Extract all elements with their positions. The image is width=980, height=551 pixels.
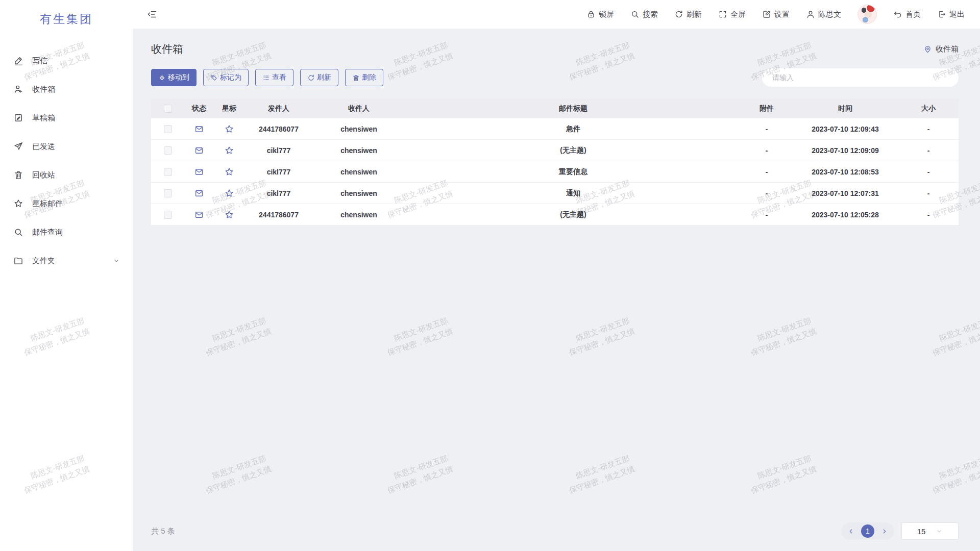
topbar-action-设置[interactable]: 设置 <box>762 10 790 19</box>
next-page-button[interactable] <box>880 528 888 535</box>
cell-attachment: - <box>741 168 792 176</box>
list-icon <box>262 74 270 82</box>
move-icon <box>158 74 166 82</box>
toolbar-button-标记为[interactable]: 标记为 <box>203 69 249 86</box>
cell-recipient: chensiwen <box>312 211 405 219</box>
header-check-cell <box>151 105 185 113</box>
trash-icon <box>13 170 23 180</box>
cell-time: 2023-07-10 12:09:09 <box>792 146 898 155</box>
sidebar-item-草稿箱[interactable]: 草稿箱 <box>0 104 133 132</box>
app-root: 有生集团 写信收件箱草稿箱已发送回收站星标邮件邮件查询文件夹 锁屏搜索刷新全屏设… <box>0 0 980 551</box>
sidebar-item-星标邮件[interactable]: 星标邮件 <box>0 189 133 218</box>
column-header-大小: 大小 <box>898 104 959 113</box>
toolbar: 移动到标记为查看刷新删除 <box>151 69 383 86</box>
mail-table: 状态星标发件人收件人邮件标题附件时间大小 2441786077chensiwen… <box>151 99 959 226</box>
search-input[interactable] <box>762 68 959 87</box>
table-footer: 共 5 条 1 15 <box>151 513 959 551</box>
star-icon[interactable] <box>224 210 234 220</box>
cell-time: 2023-07-10 12:08:53 <box>792 168 898 176</box>
table-row[interactable]: cikl777chensiwen通知-2023-07-10 12:07:31- <box>151 183 959 204</box>
cell-size: - <box>898 211 959 219</box>
sidebar-item-邮件查询[interactable]: 邮件查询 <box>0 218 133 246</box>
edit-square-icon <box>762 10 771 19</box>
total-count: 共 5 条 <box>151 527 175 536</box>
toolbar-button-刷新[interactable]: 刷新 <box>300 69 338 86</box>
cell-time: 2023-07-10 12:07:31 <box>792 189 898 197</box>
table-row[interactable]: 2441786077chensiwen急件-2023-07-10 12:09:4… <box>151 118 959 140</box>
topbar-action-label: 搜索 <box>643 10 658 19</box>
chevron-down-icon <box>112 257 120 265</box>
row-checkbox[interactable] <box>164 211 172 219</box>
table-body: 2441786077chensiwen急件-2023-07-10 12:09:4… <box>151 118 959 226</box>
cell-attachment: - <box>741 189 792 197</box>
cell-sender: 2441786077 <box>245 211 312 219</box>
user-icon <box>806 10 815 19</box>
toolbar-button-移动到[interactable]: 移动到 <box>151 69 197 86</box>
sidebar-item-回收站[interactable]: 回收站 <box>0 161 133 189</box>
toolbar-button-删除[interactable]: 删除 <box>345 69 383 86</box>
lock-icon <box>586 10 596 19</box>
topbar-action-首页[interactable]: 首页 <box>893 10 921 19</box>
table-row[interactable]: cikl777chensiwen(无主题)-2023-07-10 12:09:0… <box>151 140 959 161</box>
prev-page-button[interactable] <box>847 528 855 535</box>
table-header-row: 状态星标发件人收件人邮件标题附件时间大小 <box>151 99 959 118</box>
topbar-action-陈思文[interactable]: 陈思文 <box>806 10 841 19</box>
cell-size: - <box>898 189 959 197</box>
envelope-icon <box>194 210 204 219</box>
logout-icon <box>937 10 946 19</box>
breadcrumb[interactable]: 收件箱 <box>923 44 959 54</box>
star-icon[interactable] <box>224 167 234 177</box>
row-check-cell <box>151 125 185 133</box>
topbar-action-搜索[interactable]: 搜索 <box>630 10 658 19</box>
row-checkbox[interactable] <box>164 168 172 176</box>
row-checkbox[interactable] <box>164 146 172 155</box>
star-icon[interactable] <box>224 124 234 134</box>
topbar-action-锁屏[interactable]: 锁屏 <box>586 10 614 19</box>
row-status-cell <box>185 210 213 219</box>
row-star-cell <box>213 145 245 156</box>
column-header-星标: 星标 <box>213 104 245 113</box>
current-page-button[interactable]: 1 <box>861 524 874 538</box>
user-avatar[interactable] <box>857 5 877 24</box>
page-size-select[interactable]: 15 <box>901 522 959 540</box>
cell-size: - <box>898 125 959 133</box>
topbar-action-label: 刷新 <box>687 10 702 19</box>
row-star-cell <box>213 167 245 177</box>
select-all-checkbox[interactable] <box>164 105 172 113</box>
search-icon <box>13 227 23 237</box>
envelope-icon <box>194 167 204 177</box>
table-row[interactable]: cikl777chensiwen重要信息-2023-07-10 12:08:53… <box>151 161 959 183</box>
star-icon[interactable] <box>224 188 234 198</box>
sidebar-item-写信[interactable]: 写信 <box>0 46 133 75</box>
table-row[interactable]: 2441786077chensiwen(无主题)-2023-07-10 12:0… <box>151 204 959 226</box>
row-star-cell <box>213 188 245 198</box>
toolbar-button-查看[interactable]: 查看 <box>255 69 293 86</box>
toolbar-row: 移动到标记为查看刷新删除 <box>151 68 959 87</box>
row-checkbox[interactable] <box>164 125 172 133</box>
chevron-down-icon <box>936 528 943 535</box>
row-checkbox[interactable] <box>164 189 172 197</box>
toolbar-button-label: 删除 <box>362 73 376 82</box>
fullscreen-icon <box>718 10 727 19</box>
star-icon <box>13 198 23 209</box>
app-logo: 有生集团 <box>0 11 133 27</box>
sidebar-item-已发送[interactable]: 已发送 <box>0 132 133 161</box>
row-check-cell <box>151 211 185 219</box>
row-check-cell <box>151 189 185 197</box>
main-column: 锁屏搜索刷新全屏设置陈思文首页退出 收件箱 收件箱 移动到标记为查看刷新删除 状… <box>133 0 980 551</box>
row-status-cell <box>185 189 213 198</box>
row-status-cell <box>185 167 213 177</box>
pagination: 1 15 <box>841 522 959 540</box>
star-icon[interactable] <box>224 145 234 156</box>
cell-size: - <box>898 146 959 155</box>
topbar-action-全屏[interactable]: 全屏 <box>718 10 746 19</box>
pager-pill: 1 <box>841 522 894 540</box>
column-header-发件人: 发件人 <box>245 104 312 113</box>
sidebar-item-收件箱[interactable]: 收件箱 <box>0 75 133 104</box>
topbar-action-退出[interactable]: 退出 <box>937 10 965 19</box>
topbar-action-刷新[interactable]: 刷新 <box>674 10 702 19</box>
menu-fold-icon[interactable] <box>147 9 157 19</box>
cell-sender: cikl777 <box>245 168 312 176</box>
cell-sender: 2441786077 <box>245 125 312 133</box>
sidebar-item-文件夹[interactable]: 文件夹 <box>0 246 133 275</box>
